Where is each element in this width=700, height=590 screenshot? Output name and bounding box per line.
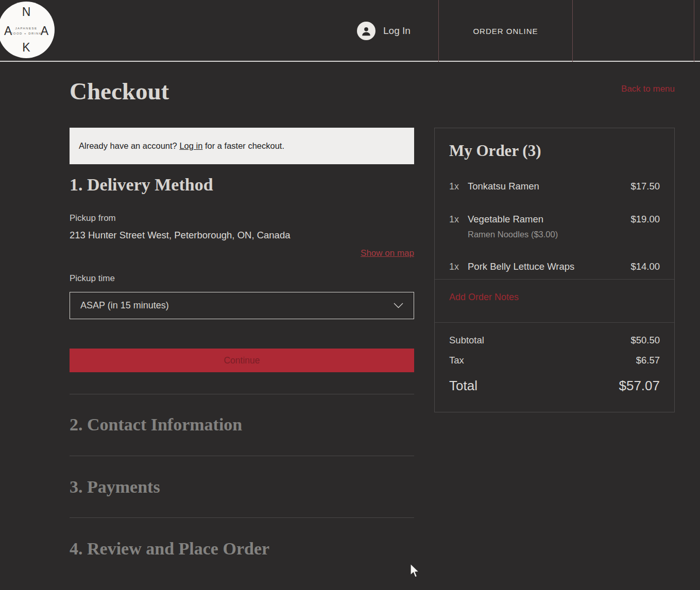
subtotal-label: Subtotal [449, 335, 484, 346]
back-to-menu-link[interactable]: Back to menu [537, 84, 675, 94]
order-online-label: ORDER ONLINE [473, 27, 538, 36]
login-banner-text: Already have an account? Log in for a fa… [79, 141, 284, 151]
logo-letter-n: N [22, 5, 31, 19]
tax-value: $6.57 [636, 355, 660, 366]
banner-suffix: for a faster checkout. [202, 141, 284, 150]
mouse-cursor [409, 563, 421, 581]
subtotal-value: $50.50 [630, 335, 660, 346]
continue-button[interactable]: Continue [70, 349, 414, 372]
restaurant-logo[interactable]: N A A K JAPANESE FOOD + DRINK [0, 2, 55, 58]
order-items-list: 1x Tonkatsu Ramen $17.50 1x Vegetable Ra… [449, 181, 660, 272]
order-totals: Subtotal $50.50 Tax $6.57 Total $57.07 [435, 323, 674, 394]
order-item-row: 1x Vegetable Ramen $19.00 [449, 214, 660, 225]
order-item-row: 1x Pork Belly Lettuce Wraps $14.00 [449, 261, 660, 272]
item-name: Pork Belly Lettuce Wraps [468, 261, 574, 272]
tax-label: Tax [449, 355, 464, 366]
logo-tagline: JAPANESE FOOD + DRINK [0, 26, 55, 36]
section-divider-2 [70, 456, 414, 456]
section-divider-1 [70, 394, 414, 394]
subtotal-row: Subtotal $50.50 [449, 335, 660, 346]
item-option: Ramen Noodles ($3.00) [468, 230, 660, 239]
banner-login-link[interactable]: Log in [179, 141, 202, 150]
item-price: $17.50 [630, 181, 660, 192]
nav-empty-cell [573, 0, 694, 62]
item-price: $14.00 [630, 261, 660, 272]
pickup-time-select[interactable]: ASAP (in 15 minutes) [70, 292, 414, 319]
item-name: Vegetable Ramen [468, 214, 543, 225]
review-place-order-heading: 4. Review and Place Order [70, 539, 269, 559]
item-quantity: 1x [449, 214, 468, 225]
nav-order-online[interactable]: ORDER ONLINE [438, 0, 573, 62]
delivery-method-heading: 1. Delivery Method [70, 175, 213, 195]
login-label: Log In [383, 25, 411, 37]
chevron-down-icon [394, 303, 403, 308]
item-name: Tonkatsu Ramen [468, 181, 539, 192]
total-value: $57.07 [619, 378, 660, 394]
section-divider-3 [70, 517, 414, 518]
logo-tagline-line1: JAPANESE [0, 26, 55, 31]
banner-prefix: Already have an account? [79, 141, 179, 150]
add-order-notes-link[interactable]: Add Order Notes [435, 280, 674, 322]
order-summary-heading: My Order (3) [449, 142, 660, 160]
order-item-row: 1x Tonkatsu Ramen $17.50 [449, 181, 660, 192]
pickup-time-value: ASAP (in 15 minutes) [80, 300, 169, 311]
order-summary-panel: My Order (3) 1x Tonkatsu Ramen $17.50 1x… [434, 128, 675, 412]
site-header: ORDER ONLINE Log In [0, 0, 700, 62]
payments-heading: 3. Payments [70, 477, 160, 497]
pickup-from-label: Pickup from [70, 213, 116, 223]
login-button[interactable]: Log In [357, 0, 411, 62]
item-price: $19.00 [630, 214, 660, 225]
total-row: Total $57.07 [449, 378, 660, 394]
contact-information-heading: 2. Contact Information [70, 415, 242, 435]
logo-letter-k: K [22, 41, 30, 55]
logo-tagline-line2: FOOD + DRINK [0, 31, 55, 36]
page-title: Checkout [70, 77, 169, 105]
show-on-map-link[interactable]: Show on map [70, 248, 414, 258]
total-label: Total [449, 378, 477, 394]
tax-row: Tax $6.57 [449, 355, 660, 366]
login-banner: Already have an account? Log in for a fa… [70, 128, 414, 164]
pickup-time-label: Pickup time [70, 273, 115, 284]
avatar-icon [357, 22, 375, 40]
item-quantity: 1x [449, 181, 468, 192]
item-quantity: 1x [449, 262, 468, 272]
pickup-address: 213 Hunter Street West, Peterborough, ON… [70, 230, 290, 241]
